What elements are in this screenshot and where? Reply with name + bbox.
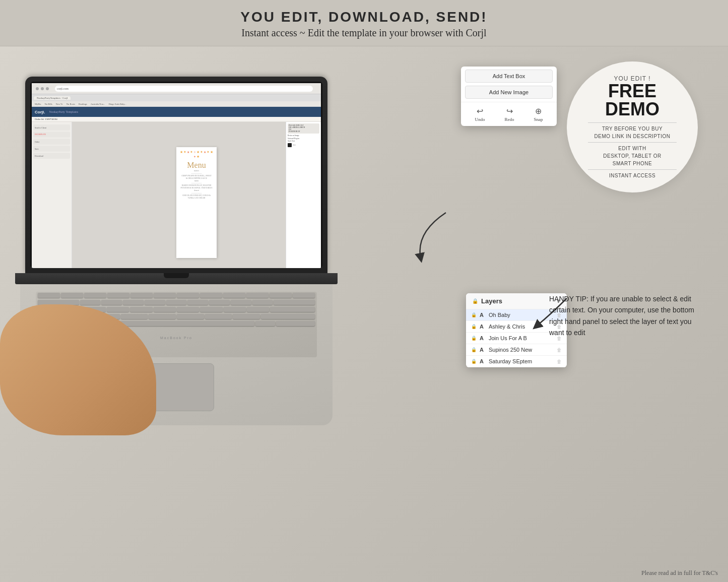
snap-toolbar-item[interactable]: ⊕ Snap: [534, 106, 543, 122]
close-dot: [36, 87, 39, 90]
demo-divider-1: [588, 122, 677, 123]
layer-name-3: Supinos 250 New: [489, 347, 554, 353]
star-6: ★: [196, 150, 200, 154]
order-info: Order Id: 1509758194: [32, 117, 321, 122]
key: [200, 307, 222, 312]
stars-grid: ★ ✦ ★ ✦ ✧ ★ ✦ ★ ✦ ★ ✦ ★: [178, 149, 215, 160]
layer-delete-icon-4[interactable]: 🗑: [557, 359, 562, 364]
key: [121, 314, 148, 319]
handy-tip-text: HANDY TIP: If you are unable to select &…: [549, 293, 700, 339]
canvas-area: Send to Client INCOMPLETE Order Save Dow…: [32, 122, 321, 268]
macbook-label: MacBook Pro: [160, 336, 192, 340]
demo-free-text: FREE: [608, 82, 656, 100]
demo-divider-3: [588, 169, 677, 170]
layer-name-2: Join Us For A B: [489, 335, 554, 341]
star-4: ✦: [190, 150, 193, 154]
add-new-image-button[interactable]: Add New Image: [465, 86, 553, 99]
key: [61, 293, 83, 298]
key: [130, 307, 152, 312]
star-3: ★: [187, 150, 189, 154]
layer-delete-icon-3[interactable]: 🗑: [557, 347, 562, 353]
header-title: YOU EDIT, DOWNLOAD, SEND!: [0, 9, 728, 25]
layer-lock-icon-4: 🔒: [471, 359, 477, 364]
layer-lock-icon-1: 🔒: [471, 324, 477, 329]
key: [38, 293, 60, 298]
key: [231, 300, 251, 305]
key: [200, 293, 222, 298]
layer-item-3[interactable]: 🔒 A Supinos 250 New 🗑: [466, 344, 567, 356]
key: [84, 293, 106, 298]
key: [209, 300, 230, 305]
demo-try-before: TRY BEFORE YOU BUY: [602, 125, 663, 133]
snap-label: Snap: [534, 117, 543, 122]
key: [205, 314, 232, 319]
key: [246, 293, 269, 298]
key: [177, 307, 199, 312]
browser-chrome: corjl.com: [32, 83, 321, 94]
star-11: ✦: [193, 155, 196, 159]
key: [270, 293, 292, 298]
key: [293, 293, 315, 298]
left-panel-item-2: INCOMPLETE: [33, 132, 70, 138]
corjl-nav: NookayParty Templates: [49, 110, 78, 113]
menu-card-laptop: ★ ✦ ★ ✦ ✧ ★ ✦ ★ ✦ ★ ✦ ★: [176, 147, 217, 258]
bookmark-5: Readings: [78, 103, 88, 105]
layers-title-text: Layers: [481, 297, 502, 305]
snap-icon: ⊕: [535, 106, 542, 116]
key: [123, 300, 144, 305]
layer-type-3: A: [480, 347, 486, 353]
laptop-body: [15, 273, 338, 284]
footer-text: Please read ad in full for T&C's: [641, 569, 718, 577]
main-area: corjl.com NookayPartyTemplates - Corjl M…: [0, 46, 728, 582]
key: [145, 300, 165, 305]
star-10: ★: [210, 150, 213, 154]
arrow-to-panel: [406, 208, 456, 268]
active-tab[interactable]: NookayPartyTemplates - Corjl: [34, 96, 71, 100]
layer-type-4: A: [480, 358, 486, 364]
left-panel: Send to Client INCOMPLETE Order Save Dow…: [32, 122, 72, 268]
key-enter: [274, 300, 315, 305]
demo-divider-2: [588, 142, 677, 143]
redo-toolbar-item[interactable]: ↪ Redo: [505, 106, 514, 122]
add-text-box-button[interactable]: Add Text Box: [465, 70, 553, 83]
undo-toolbar-item[interactable]: ↩ Undo: [475, 106, 485, 122]
menu-script-title: Menu: [187, 161, 206, 170]
redo-label: Redo: [505, 117, 514, 122]
redo-icon: ↪: [506, 106, 513, 116]
key: [107, 293, 129, 298]
demo-link-text: DEMO LINK IN DESCRIPTION: [594, 133, 671, 140]
bookmark-3: New Yr: [55, 103, 64, 105]
header-banner: YOU EDIT, DOWNLOAD, SEND! Instant access…: [0, 0, 728, 46]
key-shift-r: [261, 314, 315, 319]
bookmark-6: Australia Nou...: [90, 103, 106, 105]
key: [187, 300, 208, 305]
key: [149, 314, 176, 319]
laptop-lid: corjl.com NookayPartyTemplates - Corjl M…: [25, 77, 327, 273]
screen-bezel: corjl.com NookayPartyTemplates - Corjl M…: [30, 82, 322, 268]
demo-smartphone: SMART PHONE: [613, 160, 652, 167]
star-2: ✦: [183, 150, 186, 154]
minimize-dot: [41, 87, 44, 90]
layer-type-0: A: [480, 312, 486, 318]
layer-name-4: Saturday SEptem: [489, 358, 554, 364]
browser-url: corjl.com: [55, 86, 313, 92]
key: [101, 300, 122, 305]
layers-title: 🔒 Layers: [472, 297, 502, 305]
key-shift: [270, 307, 315, 312]
layer-item-4[interactable]: 🔒 A Saturday SEptem 🗑: [466, 356, 567, 367]
key: [166, 300, 187, 305]
bookmarks-bar: MyBiz Nu Bills New Yr Nu Roots Readings …: [32, 101, 321, 107]
corjl-logo: Corjl.: [35, 110, 45, 114]
corjl-header: Corjl. NookayParty Templates: [32, 107, 321, 117]
star-7: ✦: [200, 150, 203, 154]
bookmark-1: MyBiz: [34, 103, 42, 105]
undo-icon: ↩: [477, 106, 483, 116]
left-panel-item-5: Download: [33, 153, 70, 159]
key: [247, 307, 269, 312]
bookmark-2: Nu Bills: [44, 103, 53, 105]
bookmark-4: Nu Roots: [65, 103, 76, 105]
star-8: ★: [204, 150, 206, 154]
demo-demo-text: DEMO: [605, 100, 659, 118]
layer-type-2: A: [480, 335, 486, 341]
url-text: corjl.com: [57, 87, 69, 90]
